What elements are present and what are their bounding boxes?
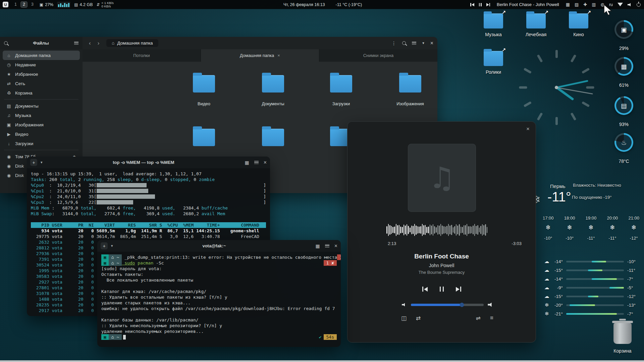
volume-slider[interactable] <box>411 304 484 306</box>
clock-label[interactable]: Чт, 26 февраля 16:13 <box>283 2 325 7</box>
tab-overview-icon[interactable]: ▦ <box>245 160 249 165</box>
queue-panel-icon[interactable]: ◫ <box>401 315 407 322</box>
search-icon[interactable] <box>4 41 8 45</box>
forward-icon[interactable]: › <box>95 40 102 47</box>
clock-tick <box>570 54 576 62</box>
window-close-icon[interactable]: × <box>264 160 267 166</box>
network-indicator[interactable]: ⇵ < 1 KB/s 0 KB/s <box>97 1 114 8</box>
media-title-label[interactable]: Berlin Foot Chase - John Powell <box>497 2 559 7</box>
files-tab-0[interactable]: Потолки <box>83 49 201 62</box>
repeat-icon[interactable]: ⇌ <box>476 315 481 322</box>
folder-icon: ↗ <box>484 13 503 28</box>
screenshot-tray-icon[interactable]: ▨ <box>575 2 579 7</box>
waveform-bar <box>454 226 455 234</box>
volume-low-icon[interactable] <box>402 303 406 307</box>
clipboard-tray-icon[interactable]: ▥ <box>592 2 596 7</box>
waveform-bar <box>464 225 465 235</box>
waveform-bar <box>436 227 437 232</box>
folder-item[interactable]: Документы <box>251 75 295 106</box>
terminal-line: top - 16:13:15 up 15:39, 1 user, load av… <box>31 171 266 177</box>
window-close-icon[interactable]: × <box>526 126 530 132</box>
tab-overview-icon[interactable]: ▦ <box>315 243 320 249</box>
folder-search-icon[interactable] <box>402 41 406 45</box>
player-waveform[interactable] <box>386 223 498 237</box>
folder-item[interactable]: Изображения <box>388 75 432 106</box>
sidebar-item-music[interactable]: ♫Музыка <box>3 111 80 120</box>
distro-logo-icon[interactable]: U <box>3 2 8 7</box>
sidebar-item-home[interactable]: ⌂Домашняя папка <box>3 51 80 60</box>
cpu-line: %Cpu1 : 21,0/10,0 31[] <box>31 188 266 194</box>
tab-dropdown-icon[interactable]: ▾ <box>111 244 113 248</box>
memory-indicator[interactable]: ▤ 4.2 GB <box>74 2 93 7</box>
waveform-bar <box>423 225 424 234</box>
sidebar-item-documents[interactable]: ▤Документы <box>3 101 80 111</box>
tab-dropdown-icon[interactable]: ▾ <box>41 160 43 165</box>
folder-item[interactable]: Загрузки <box>319 75 363 106</box>
calendar-icon: ▦ <box>616 59 632 74</box>
waveform-bar <box>474 224 475 236</box>
new-tab-icon[interactable]: + <box>30 159 37 166</box>
back-icon[interactable]: ‹ <box>87 40 93 47</box>
breadcrumb[interactable]: ⌂ Домашняя папка <box>106 39 158 47</box>
sidebar-item-recent[interactable]: ◷Недавние <box>3 60 80 69</box>
playlist-icon[interactable]: ≡ <box>490 315 493 322</box>
desktop-icon-4[interactable]: ↗Ролики <box>473 51 514 75</box>
menu-icon[interactable] <box>74 42 78 45</box>
sidebar-item-downloads[interactable]: ↓Загрузки <box>3 139 80 148</box>
power-icon[interactable] <box>637 3 641 7</box>
waveform-bar <box>400 227 401 233</box>
waveform-bar <box>483 225 484 235</box>
terminal-bottom-body[interactable]: ▣⌂ ~ _p9k_dump_state:print:13: write err… <box>97 252 341 347</box>
desktop-icon-2[interactable]: ↗Лечебная <box>516 13 556 37</box>
sidebar-item-label: Видео <box>15 132 28 137</box>
files-tab-1[interactable]: Домашняя папка× <box>201 49 319 62</box>
window-close-icon[interactable]: × <box>430 40 433 46</box>
media-next-icon[interactable] <box>486 3 490 6</box>
waveform-bar <box>461 227 462 233</box>
cpu-bar <box>97 189 263 193</box>
media-previous-icon[interactable] <box>470 3 474 6</box>
sidebar-item-pictures[interactable]: ▣Изображения <box>3 120 80 129</box>
window-close-icon[interactable]: × <box>334 243 337 249</box>
media-pause-icon[interactable] <box>479 3 482 6</box>
sidebar-item-network[interactable]: ⇄Сеть <box>3 79 80 88</box>
folder-item[interactable] <box>182 129 226 146</box>
app-grid-icon[interactable]: ▦ <box>566 2 570 7</box>
volume-high-icon[interactable] <box>488 302 493 307</box>
volume-icon[interactable] <box>628 3 632 7</box>
terminal-line <box>31 217 266 222</box>
extension-tray-icon[interactable]: ✚ <box>583 2 587 7</box>
terminal-line: удаление неиспользуемых репозиториев... <box>101 328 337 334</box>
pause-button[interactable] <box>440 287 444 292</box>
menu-icon[interactable] <box>325 244 329 247</box>
folder-item[interactable] <box>251 129 295 146</box>
workspace-3[interactable]: 3 <box>29 1 36 8</box>
desktop-icon-1[interactable]: ↗Музыка <box>473 13 514 37</box>
output-text: _p9k_dump_state:print:13: write error: Н… <box>122 254 337 260</box>
shuffle-icon[interactable]: ⇄ <box>416 315 421 322</box>
sidebar-item-starred[interactable]: ★Избранное <box>3 69 80 79</box>
desktop-trash[interactable]: Корзина <box>602 323 643 354</box>
view-dropdown-icon[interactable]: ▾ <box>422 41 424 45</box>
workspace-1[interactable]: 1 <box>12 1 19 8</box>
cpu-indicator[interactable]: ▣ 27% <box>40 2 53 7</box>
star-icon: ★ <box>6 72 12 77</box>
wifi-icon[interactable] <box>618 3 623 6</box>
sidebar-item-trash[interactable]: ♻Корзина <box>3 88 80 98</box>
waveform-bar <box>392 227 393 233</box>
files-tab-2[interactable]: Снимки экрана <box>319 49 437 62</box>
new-tab-icon[interactable]: + <box>101 242 108 249</box>
sidebar-item-videos[interactable]: ▶Видео <box>3 129 80 139</box>
home-icon: ⌂ <box>112 41 114 46</box>
desktop-icon-3[interactable]: ↗Кино <box>558 13 599 37</box>
topbar-weather-label[interactable]: -11 °C (-19°C) <box>336 2 362 7</box>
folder-item[interactable]: Видео <box>182 75 226 106</box>
tab-close-icon[interactable]: × <box>277 53 280 58</box>
next-button[interactable] <box>456 287 461 292</box>
menu-icon[interactable] <box>254 161 259 164</box>
volume-thumb[interactable] <box>460 303 464 307</box>
list-view-icon[interactable] <box>412 42 416 45</box>
workspace-2[interactable]: 2 <box>20 1 28 8</box>
kebab-menu-icon[interactable]: ⋮ <box>391 41 396 46</box>
previous-button[interactable] <box>422 287 428 292</box>
